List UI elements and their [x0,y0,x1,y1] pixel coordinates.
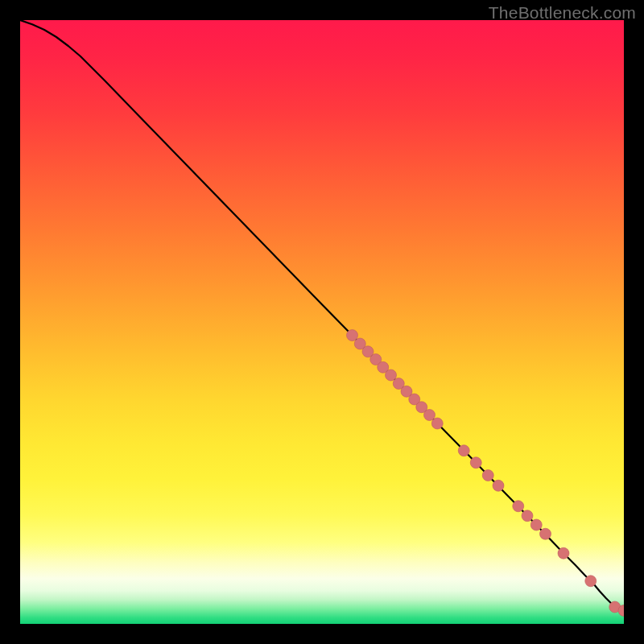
gradient-background [20,20,624,624]
data-point [458,445,469,456]
data-point [530,519,542,530]
data-point [558,547,569,559]
chart-svg [20,20,624,624]
data-point [493,480,504,491]
data-point [513,501,524,512]
data-point [540,528,551,539]
data-point [470,457,481,469]
data-point [585,576,597,587]
data-point [424,410,436,421]
data-point [386,369,397,381]
chart-stage: TheBottleneck.com [0,0,644,644]
data-point [347,330,358,341]
data-point [482,470,493,481]
data-point [431,418,443,429]
data-point [522,510,533,522]
plot-area [20,20,624,624]
watermark-text: TheBottleneck.com [489,3,636,23]
